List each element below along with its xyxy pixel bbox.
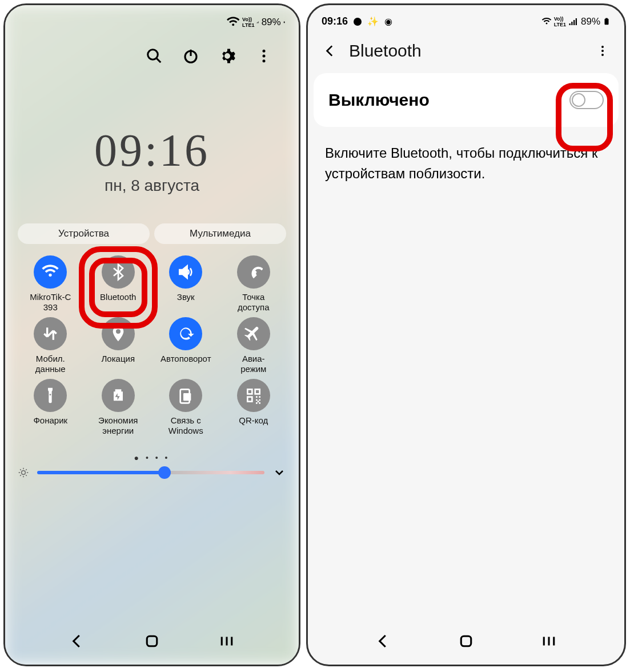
quick-tile-wifi[interactable]: MikroTik-C393 — [18, 255, 83, 313]
page-title: Bluetooth — [349, 41, 422, 61]
clock-time: 09:16 — [5, 127, 299, 173]
quick-tile-qr[interactable]: QR-код — [221, 379, 287, 436]
brightness-slider[interactable] — [37, 471, 264, 474]
nav-recents-icon[interactable] — [218, 633, 235, 650]
svg-point-27 — [601, 50, 604, 52]
status-icons: Vo))LTE1 89% — [226, 15, 285, 29]
quick-tile-location[interactable]: Локация — [86, 317, 151, 374]
more-icon[interactable] — [596, 44, 609, 58]
data-icon — [34, 317, 67, 350]
quick-tile-flashlight[interactable]: Фонарик — [18, 379, 83, 436]
settings-header: Bluetooth — [308, 31, 624, 67]
tab-devices[interactable]: Устройства — [18, 223, 150, 244]
nav-home-icon[interactable] — [143, 633, 160, 650]
svg-rect-24 — [605, 18, 609, 25]
svg-point-11 — [22, 471, 26, 475]
svg-rect-29 — [461, 636, 471, 646]
wifi-status-icon — [541, 17, 552, 27]
quick-tabs: Устройства Мультимедиа — [5, 195, 299, 244]
svg-line-3 — [157, 58, 161, 63]
quick-tile-battery[interactable]: Экономияэнергии — [86, 379, 151, 436]
tile-label: QR-код — [239, 415, 268, 426]
battery-icon — [603, 16, 611, 27]
tile-label: Автоповорот — [160, 354, 211, 364]
windows-icon — [169, 379, 202, 412]
rotate-icon — [169, 317, 202, 350]
svg-rect-0 — [284, 22, 285, 23]
more-icon[interactable] — [255, 47, 272, 65]
quick-tile-data[interactable]: Мобил.данные — [18, 317, 83, 374]
chevron-down-icon[interactable] — [272, 466, 286, 479]
quick-tile-hotspot[interactable]: Точкадоступа — [221, 255, 287, 313]
bluetooth-hint-text: Включите Bluetooth, чтобы подключиться к… — [308, 133, 624, 194]
nav-home-icon[interactable] — [458, 633, 475, 650]
nav-back-icon[interactable] — [69, 633, 86, 650]
brightness-icon — [18, 467, 29, 478]
page-dots[interactable]: ● • • • — [5, 436, 299, 466]
battery-icon — [283, 17, 285, 28]
clock: 09:16 пн, 8 августа — [5, 127, 299, 195]
tile-label: Точкадоступа — [238, 292, 270, 313]
bluetooth-icon — [102, 255, 135, 289]
notif-icon — [354, 18, 362, 26]
battery-icon — [102, 379, 135, 412]
quick-tile-windows[interactable]: Связь сWindows — [153, 379, 219, 436]
bluetooth-toggle[interactable] — [569, 91, 604, 109]
tile-label: Звук — [177, 292, 195, 302]
nav-back-icon[interactable] — [375, 633, 392, 650]
search-icon[interactable] — [146, 47, 163, 65]
clock-date: пн, 8 августа — [5, 177, 299, 195]
tile-label: Мобил.данные — [35, 354, 66, 374]
svg-line-16 — [20, 470, 21, 471]
phone-bluetooth-settings: 09:16 ✨ ◉ Vo))LTE1 89% Bluetooth Выключе… — [306, 3, 626, 666]
nav-bar — [5, 620, 299, 665]
quick-tile-airplane[interactable]: Авиа-режим — [221, 317, 287, 374]
power-icon[interactable] — [182, 47, 199, 65]
bluetooth-toggle-card: Выключено — [314, 73, 619, 127]
tile-label: Локация — [101, 354, 135, 364]
flashlight-icon — [34, 379, 67, 412]
svg-line-19 — [26, 470, 27, 471]
status-bar: 09:16 ✨ ◉ Vo))LTE1 89% — [308, 5, 624, 31]
svg-line-17 — [26, 475, 27, 477]
bluetooth-status-label: Выключено — [328, 90, 430, 110]
location-icon — [102, 317, 135, 350]
battery-text: 89% — [581, 16, 600, 27]
back-icon[interactable] — [323, 43, 338, 58]
battery-text: 89% — [262, 17, 281, 28]
tile-label: Bluetooth — [100, 292, 136, 302]
sound-icon — [169, 255, 202, 289]
svg-line-18 — [20, 475, 21, 477]
airplane-icon — [237, 317, 270, 350]
status-time: 09:16 — [322, 15, 348, 27]
brightness-thumb[interactable] — [158, 466, 171, 479]
quick-tile-bluetooth[interactable]: Bluetooth — [86, 255, 151, 313]
nav-recents-icon[interactable] — [540, 633, 557, 650]
quick-tiles-grid: MikroTik-C393BluetoothЗвукТочкадоступаМо… — [5, 244, 299, 436]
toggle-knob — [572, 93, 585, 107]
quick-tile-sound[interactable]: Звук — [153, 255, 219, 313]
tab-media[interactable]: Мультимедиа — [154, 223, 286, 244]
wifi-icon — [34, 255, 67, 289]
tile-label: Авиа-режим — [240, 354, 266, 374]
phone-quick-settings: Vo))LTE1 89% 09:16 пн, 8 августа Устройс… — [3, 3, 300, 666]
notif-icon-3: ◉ — [384, 16, 392, 27]
lte-status-icon: Vo))LTE1 — [554, 16, 566, 27]
lte-status-icon: Vo))LTE1 — [242, 17, 254, 28]
signal-status-icon — [568, 17, 579, 27]
hotspot-icon — [237, 255, 270, 289]
tile-label: Фонарик — [33, 415, 67, 426]
quick-tile-rotate[interactable]: Автоповорот — [153, 317, 219, 374]
svg-point-6 — [263, 50, 266, 53]
svg-point-7 — [263, 55, 266, 58]
tile-label: Связь сWindows — [168, 415, 203, 436]
svg-rect-25 — [605, 18, 608, 19]
svg-rect-10 — [183, 393, 191, 401]
signal-status-icon — [256, 17, 259, 27]
svg-point-26 — [601, 46, 604, 48]
svg-rect-20 — [147, 636, 157, 646]
quick-toolbar — [5, 33, 299, 65]
gear-icon[interactable] — [219, 47, 236, 65]
qr-icon — [237, 379, 270, 412]
svg-point-28 — [601, 54, 604, 56]
